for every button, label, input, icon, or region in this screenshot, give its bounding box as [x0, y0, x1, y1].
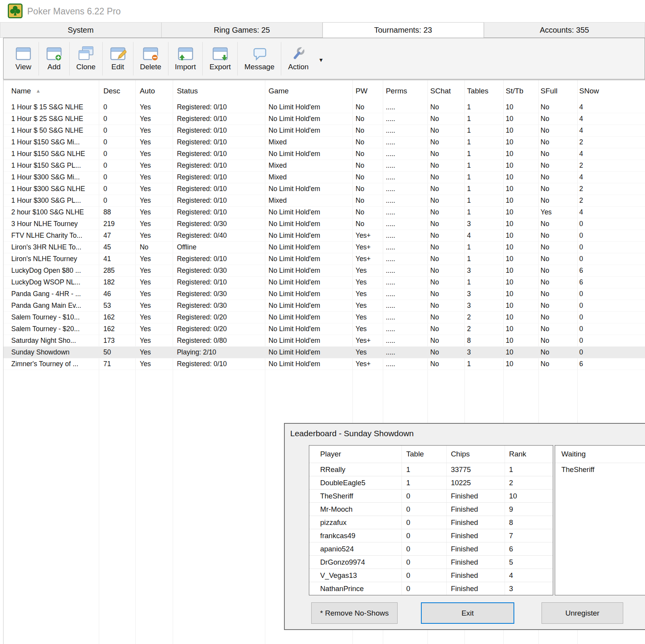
column-header-schat[interactable]: SChat: [426, 80, 463, 102]
message-button[interactable]: Message: [238, 40, 280, 77]
tournament-row[interactable]: 3 Hour NLHE Tourney219YesRegistered: 0/3…: [4, 218, 645, 230]
tab-system[interactable]: System: [0, 22, 161, 37]
tournament-row[interactable]: LuckyDog Open $80 ...285YesRegistered: 0…: [4, 265, 645, 277]
tournament-row[interactable]: 1 Hour $150 S&G PL...0YesRegistered: 0/1…: [4, 160, 645, 172]
cell-game: Mixed: [264, 195, 351, 206]
import-button[interactable]: Import: [169, 40, 202, 77]
action-dropdown-caret[interactable]: ▼: [318, 54, 324, 63]
column-header-sfull[interactable]: SFull: [536, 80, 575, 102]
cell-snow: 0: [575, 323, 645, 335]
cell-tables: 1: [463, 125, 501, 136]
cell-sfull: No: [536, 277, 575, 288]
cell-snow: 2: [575, 137, 645, 148]
tournament-row[interactable]: 1 Hour $ 50 S&G NLHE0YesRegistered: 0/10…: [4, 125, 645, 137]
leaderboard-cell-table: 0: [401, 545, 446, 553]
cell-game: No Limit Hold'em: [264, 358, 351, 370]
leaderboard-row[interactable]: RReally1337751: [309, 463, 553, 476]
exit-button[interactable]: Exit: [421, 602, 514, 624]
cell-desc: 0: [99, 195, 135, 206]
tournament-row[interactable]: 1 Hour $150 S&G NLHE0YesRegistered: 0/10…: [4, 148, 645, 160]
column-header-status[interactable]: Status: [172, 80, 264, 102]
leaderboard-row[interactable]: DrGonzo99740Finished5: [309, 555, 553, 569]
column-header-pw[interactable]: PW: [351, 80, 381, 102]
cell-st-tb: 10: [501, 172, 536, 183]
tournament-row[interactable]: 1 Hour $300 S&G Mi...0YesRegistered: 0/1…: [4, 172, 645, 183]
column-header-tables[interactable]: Tables: [463, 80, 501, 102]
tournament-row[interactable]: Panda Gang - 4HR - ...46YesRegistered: 0…: [4, 288, 645, 300]
cell-name: 1 Hour $ 25 S&G NLHE: [4, 113, 99, 125]
leaderboard-row[interactable]: apanio5240Finished6: [309, 542, 553, 555]
leaderboard-row[interactable]: DoubleEagle51102252: [309, 476, 553, 489]
view-button[interactable]: View: [9, 40, 38, 77]
leaderboard-cell-rank: 4: [504, 571, 553, 580]
column-header-st-tb[interactable]: St/Tb: [501, 80, 536, 102]
leaderboard-row[interactable]: V_Vegas130Finished4: [309, 569, 553, 582]
column-header-desc[interactable]: Desc: [99, 80, 135, 102]
cell-auto: Yes: [135, 312, 172, 323]
tournament-row[interactable]: Panda Gang Main Ev...53YesRegistered: 0/…: [4, 300, 645, 312]
cell-pw: Yes: [351, 265, 381, 276]
cell-desc: 45: [99, 242, 135, 253]
remove-no-shows-button[interactable]: * Remove No-Shows: [311, 602, 398, 624]
column-header-auto[interactable]: Auto: [135, 80, 172, 102]
cell-name: Panda Gang Main Ev...: [4, 300, 99, 311]
tab-ring-games-25[interactable]: Ring Games: 25: [161, 22, 323, 37]
edit-button[interactable]: Edit: [103, 40, 132, 77]
tournament-row[interactable]: 1 Hour $150 S&G Mi...0YesRegistered: 0/1…: [4, 137, 645, 148]
cell-game: No Limit Hold'em: [264, 230, 351, 241]
tournament-row[interactable]: 1 Hour $ 25 S&G NLHE0YesRegistered: 0/10…: [4, 113, 645, 125]
leaderboard-row[interactable]: pizzafux0Finished8: [309, 516, 553, 529]
unregister-button[interactable]: Unregister: [542, 602, 623, 624]
leaderboard-row[interactable]: Mr-Mooch0Finished9: [309, 502, 553, 516]
tournament-row[interactable]: FTV NLHE Charity To...47YesRegistered: 0…: [4, 230, 645, 242]
cell-status: Registered: 0/80: [172, 335, 264, 346]
cell-pw: Yes+: [351, 358, 381, 370]
tournament-row[interactable]: Salem Tourney - $10...162YesRegistered: …: [4, 312, 645, 323]
cell-sfull: No: [536, 335, 575, 346]
tab-tournaments-23[interactable]: Tournaments: 23: [322, 22, 484, 38]
cell-tables: 2: [463, 312, 501, 323]
export-button[interactable]: Export: [203, 40, 237, 77]
cell-desc: 71: [99, 358, 135, 370]
waiting-player[interactable]: TheSheriff: [555, 463, 645, 476]
cell-perms: .....: [381, 102, 426, 113]
tournament-row[interactable]: 2 hour $100 S&G NLHE88YesRegistered: 0/1…: [4, 207, 645, 218]
cell-desc: 0: [99, 172, 135, 183]
leaderboard-cell-chips: Finished: [446, 518, 505, 527]
cell-auto: Yes: [135, 253, 172, 265]
column-header-perms[interactable]: Perms: [381, 80, 426, 102]
column-header-game[interactable]: Game: [264, 80, 351, 102]
tournament-row[interactable]: LuckyDog WSOP NL...182YesRegistered: 0/1…: [4, 277, 645, 288]
cell-perms: .....: [381, 323, 426, 335]
tournament-row[interactable]: Zimner's Tourney of ...71YesRegistered: …: [4, 358, 645, 370]
leaderboard-row[interactable]: NathanPrince0Finished3: [309, 582, 553, 595]
cell-auto: Yes: [135, 195, 172, 206]
leaderboard-cell-player: RReally: [309, 465, 401, 474]
cell-tables: 1: [463, 148, 501, 160]
tournament-row[interactable]: Sunday Showdown50YesPlaying: 2/10No Limi…: [4, 347, 645, 358]
cell-snow: 0: [575, 288, 645, 300]
action-button[interactable]: Action: [282, 40, 314, 77]
tournament-row[interactable]: 1 Hour $300 S&G NLHE0YesRegistered: 0/10…: [4, 183, 645, 195]
cell-game: No Limit Hold'em: [264, 218, 351, 230]
cell-tables: 1: [463, 160, 501, 171]
leaderboard-row[interactable]: frankcas490Finished7: [309, 529, 553, 542]
add-button[interactable]: Add: [40, 40, 68, 77]
tournament-row[interactable]: 1 Hour $300 S&G PL...0YesRegistered: 0/1…: [4, 195, 645, 207]
tournament-row[interactable]: Salem Tourney - $20...162YesRegistered: …: [4, 323, 645, 335]
clone-button[interactable]: Clone: [70, 40, 102, 77]
cell-snow: 0: [575, 230, 645, 241]
cell-pw: No: [351, 160, 381, 171]
leaderboard-row[interactable]: TheSheriff0Finished10: [309, 489, 553, 502]
delete-button[interactable]: Delete: [134, 40, 167, 77]
cell-name: LuckyDog Open $80 ...: [4, 265, 99, 276]
cell-auto: Yes: [135, 207, 172, 218]
column-header-snow[interactable]: SNow: [575, 80, 645, 102]
tournament-row[interactable]: 1 Hour $ 15 S&G NLHE0YesRegistered: 0/10…: [4, 102, 645, 113]
column-header-label: Desc: [103, 87, 120, 95]
tab-accounts-355[interactable]: Accounts: 355: [484, 22, 645, 37]
column-header-name[interactable]: Name▲: [4, 80, 99, 102]
tournament-row[interactable]: Saturday Night Sho...173YesRegistered: 0…: [4, 335, 645, 347]
tournament-row[interactable]: Liron's 3HR NLHE To...45NoOfflineNo Limi…: [4, 242, 645, 253]
tournament-row[interactable]: Liron's NLHE Tourney41YesRegistered: 0/1…: [4, 253, 645, 265]
